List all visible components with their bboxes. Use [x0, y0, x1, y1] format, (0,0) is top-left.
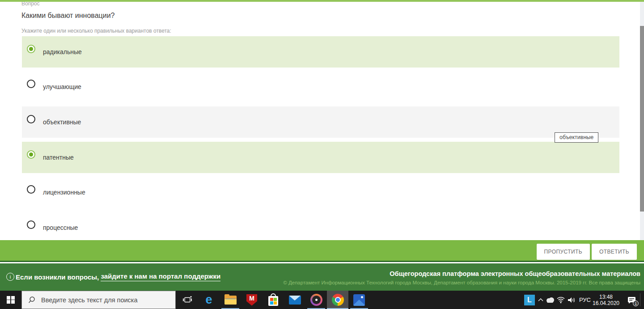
option-label: радикальные: [43, 48, 82, 55]
vertical-scrollbar[interactable]: [640, 2, 644, 240]
question-instruction: Укажите один или несколько правильных ва…: [21, 28, 171, 34]
radio-selected-icon[interactable]: [27, 150, 35, 159]
support-line: iЕсли возникли вопросы, зайдите к нам на…: [6, 272, 220, 281]
question-text: Какими бывают инновации?: [21, 12, 115, 20]
cloud-icon: [545, 297, 555, 303]
radio-unselected-icon[interactable]: [27, 185, 35, 194]
answer-option-patentnye[interactable]: патентные: [22, 142, 619, 173]
radio-unselected-icon[interactable]: [27, 80, 35, 88]
tray-network[interactable]: [555, 291, 566, 309]
search-icon: [28, 296, 36, 304]
file-explorer-icon: [225, 296, 237, 305]
radio-selected-icon[interactable]: [27, 45, 35, 53]
notification-count-badge: 1: [633, 301, 639, 306]
taskbar-app-file-explorer[interactable]: [220, 291, 241, 309]
taskbar-app-microsoft-store[interactable]: [263, 291, 284, 309]
tray-volume[interactable]: [566, 291, 577, 309]
answer-button[interactable]: ОТВЕТИТЬ: [592, 244, 637, 260]
tray-onedrive[interactable]: [545, 291, 555, 309]
quiz-question-panel: Вопрос Какими бывают инновации? Укажите …: [0, 0, 644, 240]
microsoft-store-icon: [268, 296, 278, 306]
option-label: патентные: [43, 154, 74, 161]
taskbar-app-photos[interactable]: [348, 291, 370, 309]
skip-button[interactable]: ПРОПУСТИТЬ: [537, 244, 590, 260]
windows-taskbar: e M: [0, 291, 644, 309]
start-button[interactable]: [0, 291, 21, 309]
answer-option-litsenzionnye[interactable]: лицензионные: [22, 177, 619, 208]
edge-icon: e: [205, 294, 212, 306]
taskbar-app-mcafee[interactable]: M: [241, 291, 263, 309]
tray-language-indicator[interactable]: РУС: [577, 291, 593, 309]
taskbar-app-chrome[interactable]: [327, 291, 348, 309]
answer-option-uluchshayushchie[interactable]: улучшающие: [22, 71, 619, 102]
info-icon: i: [6, 273, 14, 281]
platform-title: Общегородская платформа электронных обще…: [390, 270, 640, 277]
tray-date: 16.04.2020: [593, 300, 619, 306]
answer-option-obektivnye[interactable]: объективные: [22, 106, 619, 138]
option-label: лицензионные: [43, 189, 85, 196]
site-footer: iЕсли возникли вопросы, зайдите к нам на…: [0, 263, 644, 291]
taskbar-app-groove-music[interactable]: [305, 291, 327, 309]
mail-icon: [289, 296, 301, 305]
chevron-up-icon: [538, 298, 544, 302]
photos-icon: [353, 294, 365, 306]
speaker-icon: [567, 296, 576, 304]
groove-music-icon: [310, 294, 322, 306]
taskbar-app-mail[interactable]: [284, 291, 305, 309]
task-view-icon: [182, 296, 192, 304]
wifi-icon: [556, 296, 565, 304]
scrollbar-thumb[interactable]: [640, 26, 644, 212]
action-center-button[interactable]: 1: [624, 291, 640, 309]
option-label: улучшающие: [43, 83, 81, 90]
quiz-action-bar: ПРОПУСТИТЬ ОТВЕТИТЬ: [0, 240, 644, 262]
tray-hidden-icons-button[interactable]: [537, 291, 545, 309]
radio-unselected-icon[interactable]: [27, 115, 35, 123]
task-view-button[interactable]: [177, 291, 198, 309]
top-accent-strip: [0, 0, 644, 2]
tray-clock[interactable]: 13:48 16.04.2020: [593, 291, 619, 309]
tray-app-l[interactable]: L: [522, 291, 537, 309]
answer-option-protsessnye[interactable]: процессные: [22, 212, 619, 240]
mcafee-icon: M: [246, 294, 257, 306]
support-text: Если возникли вопросы,: [16, 273, 99, 281]
tray-time: 13:48: [593, 294, 619, 300]
windows-logo-icon: [7, 296, 15, 304]
taskbar-app-edge[interactable]: e: [198, 291, 220, 309]
chrome-icon: [332, 294, 344, 306]
screen: Вопрос Какими бывают инновации? Укажите …: [0, 0, 644, 309]
system-tray: L: [522, 291, 640, 309]
copyright-text: © Департамент Информационных Технологий …: [283, 280, 640, 285]
search-input[interactable]: [41, 296, 171, 304]
option-label: объективные: [43, 119, 81, 126]
support-portal-link[interactable]: зайдите к нам на портал поддержки: [101, 272, 220, 281]
taskbar-search[interactable]: [21, 291, 176, 309]
hover-tooltip: объективные: [555, 132, 598, 143]
show-desktop-button[interactable]: [640, 291, 644, 309]
answer-option-radikalnye[interactable]: радикальные: [22, 36, 619, 68]
option-label: процессные: [43, 224, 78, 231]
radio-unselected-icon[interactable]: [27, 220, 35, 229]
l-app-icon: L: [524, 295, 535, 305]
